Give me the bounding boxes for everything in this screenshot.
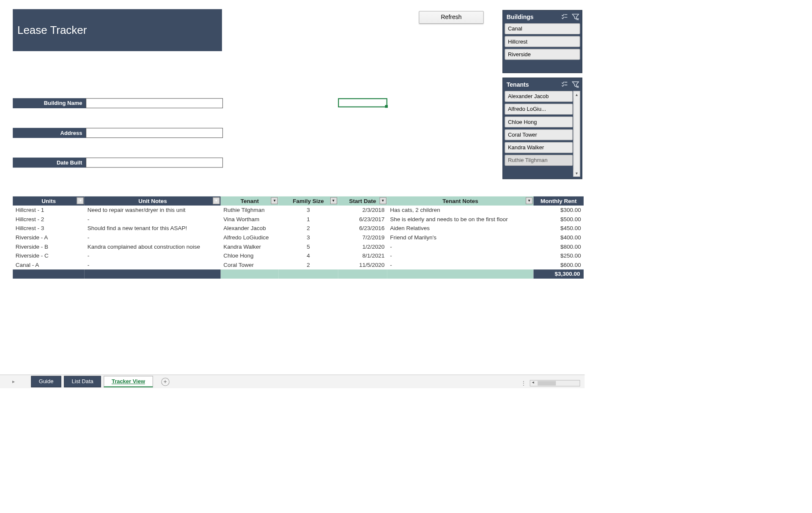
cell-tenant-notes[interactable]: Aiden Relatives xyxy=(387,224,533,233)
slicer-item[interactable]: Alfredo LoGiu... xyxy=(505,104,573,115)
cell-tenant-notes[interactable]: Has cats, 2 children xyxy=(387,206,533,215)
tab-tracker-view[interactable]: Tracker View xyxy=(104,376,153,387)
scroll-down-icon[interactable]: ▾ xyxy=(573,170,579,176)
cell-monthly-rent[interactable]: $300.00 xyxy=(533,206,584,215)
horizontal-scrollbar[interactable] xyxy=(530,380,580,387)
table-row[interactable]: Hillcrest - 3Should find a new tenant fo… xyxy=(13,224,584,233)
cell-family-size[interactable]: 5 xyxy=(279,242,338,251)
building-name-label: Building Name xyxy=(13,98,86,108)
filter-icon[interactable]: ▾ xyxy=(330,198,337,204)
cell-family-size[interactable]: 2 xyxy=(279,261,338,270)
filter-icon[interactable]: ▾ xyxy=(213,198,219,204)
slicer-item[interactable]: Chloe Hong xyxy=(505,116,573,127)
cell-tenant[interactable]: Alexander Jacob xyxy=(221,224,279,233)
cell-units[interactable]: Riverside - B xyxy=(13,242,85,251)
cell-family-size[interactable]: 1 xyxy=(279,215,338,224)
cell-monthly-rent[interactable]: $450.00 xyxy=(533,224,584,233)
filter-icon[interactable]: ▾ xyxy=(379,198,386,204)
filter-icon[interactable]: ▾ xyxy=(77,198,84,204)
cell-tenant[interactable]: Coral Tower xyxy=(221,261,279,270)
col-family-size-header[interactable]: Family Size▾ xyxy=(279,196,338,206)
cell-start-date[interactable]: 7/2/2019 xyxy=(338,233,387,242)
slicer-item[interactable]: Riverside xyxy=(505,49,580,60)
cell-units[interactable]: Hillcrest - 1 xyxy=(13,206,85,215)
cell-tenant[interactable]: Vina Wortham xyxy=(221,215,279,224)
refresh-button[interactable]: Refresh xyxy=(419,11,483,24)
slicer-item[interactable]: Kandra Walker xyxy=(505,142,573,153)
add-sheet-button[interactable]: + xyxy=(161,378,169,386)
col-tenant-notes-header[interactable]: Tenant Notes▾ xyxy=(387,196,533,206)
cell-start-date[interactable]: 1/2/2020 xyxy=(338,242,387,251)
cell-unit-notes[interactable]: Need to repair washer/dryer in this unit xyxy=(85,206,221,215)
col-unit-notes-header[interactable]: Unit Notes▾ xyxy=(85,196,221,206)
table-row[interactable]: Hillcrest - 2-Vina Wortham16/23/2017She … xyxy=(13,215,584,224)
cell-tenant[interactable]: Ruthie Tilghman xyxy=(221,206,279,215)
slicer-item[interactable]: Ruthie Tilghman xyxy=(505,155,573,166)
cell-tenant[interactable]: Alfredo LoGiudice xyxy=(221,233,279,242)
cell-tenant-notes[interactable]: - xyxy=(387,251,533,261)
table-row[interactable]: Canal - A-Coral Tower211/5/2020-$600.00 xyxy=(13,261,584,270)
cell-unit-notes[interactable]: - xyxy=(85,215,221,224)
tab-guide[interactable]: Guide xyxy=(31,376,61,387)
tab-split-icon[interactable]: ⋮ xyxy=(521,380,526,386)
col-start-date-header[interactable]: Start Date▾ xyxy=(338,196,387,206)
cell-tenant[interactable]: Kandra Walker xyxy=(221,242,279,251)
cell-unit-notes[interactable]: - xyxy=(85,261,221,270)
cell-units[interactable]: Riverside - A xyxy=(13,233,85,242)
cell-tenant[interactable]: Chloe Hong xyxy=(221,251,279,261)
filter-icon[interactable]: ▾ xyxy=(526,198,532,204)
table-row[interactable]: Riverside - C-Chloe Hong48/1/2021-$250.0… xyxy=(13,251,584,261)
cell-family-size[interactable]: 4 xyxy=(279,251,338,261)
col-monthly-rent-header[interactable]: Monthly Rent xyxy=(533,196,584,206)
table-row[interactable]: Riverside - A-Alfredo LoGiudice37/2/2019… xyxy=(13,233,584,242)
cell-tenant-notes[interactable]: - xyxy=(387,242,533,251)
cell-start-date[interactable]: 11/5/2020 xyxy=(338,261,387,270)
slicer-item[interactable]: Alexander Jacob xyxy=(505,91,573,102)
table-row[interactable]: Hillcrest - 1Need to repair washer/dryer… xyxy=(13,206,584,215)
cell-monthly-rent[interactable]: $250.00 xyxy=(533,251,584,261)
active-cell[interactable] xyxy=(338,98,387,107)
cell-unit-notes[interactable]: Should find a new tenant for this ASAP! xyxy=(85,224,221,233)
cell-start-date[interactable]: 6/23/2017 xyxy=(338,215,387,224)
cell-units[interactable]: Hillcrest - 2 xyxy=(13,215,85,224)
cell-monthly-rent[interactable]: $600.00 xyxy=(533,261,584,270)
filter-icon[interactable]: ▾ xyxy=(271,198,278,204)
cell-monthly-rent[interactable]: $500.00 xyxy=(533,215,584,224)
slicer-item[interactable]: Hillcrest xyxy=(505,36,580,47)
scroll-up-icon[interactable]: ▴ xyxy=(573,91,579,98)
tab-list-data[interactable]: List Data xyxy=(64,376,101,387)
total-row: $3,300.00 xyxy=(13,269,584,279)
cell-unit-notes[interactable]: - xyxy=(85,233,221,242)
cell-tenant-notes[interactable]: She is elderly and needs to be on the fi… xyxy=(387,215,533,224)
cell-units[interactable]: Canal - A xyxy=(13,261,85,270)
cell-start-date[interactable]: 2/3/2018 xyxy=(338,206,387,215)
cell-family-size[interactable]: 3 xyxy=(279,233,338,242)
cell-tenant-notes[interactable]: Friend of Marilyn's xyxy=(387,233,533,242)
building-name-input[interactable] xyxy=(86,98,223,108)
col-units-header[interactable]: Units▾ xyxy=(13,196,85,206)
slicer-scrollbar[interactable]: ▴ ▾ xyxy=(573,91,580,177)
cell-unit-notes[interactable]: Kandra complained about construction noi… xyxy=(85,242,221,251)
cell-start-date[interactable]: 6/23/2016 xyxy=(338,224,387,233)
col-tenant-header[interactable]: Tenant▾ xyxy=(221,196,279,206)
cell-start-date[interactable]: 8/1/2021 xyxy=(338,251,387,261)
cell-tenant-notes[interactable]: - xyxy=(387,261,533,270)
cell-family-size[interactable]: 2 xyxy=(279,224,338,233)
clear-filter-icon[interactable] xyxy=(572,13,579,20)
cell-monthly-rent[interactable]: $800.00 xyxy=(533,242,584,251)
table-row[interactable]: Riverside - BKandra complained about con… xyxy=(13,242,584,251)
cell-units[interactable]: Hillcrest - 3 xyxy=(13,224,85,233)
cell-unit-notes[interactable]: - xyxy=(85,251,221,261)
slicer-item[interactable]: Coral Tower xyxy=(505,129,573,140)
clear-filter-icon[interactable] xyxy=(572,81,579,88)
date-built-input[interactable] xyxy=(86,158,223,168)
cell-monthly-rent[interactable]: $400.00 xyxy=(533,233,584,242)
address-input[interactable] xyxy=(86,128,223,138)
cell-units[interactable]: Riverside - C xyxy=(13,251,85,261)
slicer-buildings-title: Buildings xyxy=(507,14,534,20)
sheet-nav-icon[interactable]: ▸ xyxy=(0,379,27,384)
cell-family-size[interactable]: 3 xyxy=(279,206,338,215)
multi-select-icon[interactable] xyxy=(561,13,568,20)
multi-select-icon[interactable] xyxy=(561,81,568,88)
slicer-item[interactable]: Canal xyxy=(505,23,580,34)
